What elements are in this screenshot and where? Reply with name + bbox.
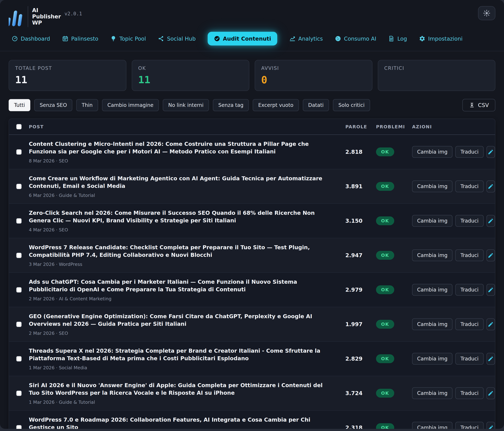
- row-checkbox[interactable]: [16, 184, 22, 189]
- table-body: Content Clustering e Micro-Intenti nel 2…: [9, 135, 495, 429]
- filter-button-excerpt-vuoto[interactable]: Excerpt vuoto: [253, 99, 299, 111]
- change-image-button[interactable]: Cambia img: [412, 215, 452, 227]
- nav-item-analytics[interactable]: Analytics: [289, 35, 323, 42]
- translate-button[interactable]: Traduci: [455, 387, 484, 399]
- translate-button[interactable]: Traduci: [455, 353, 484, 365]
- post-meta: 4 Mar 2026 · SEO: [29, 227, 345, 233]
- nav-label: Impostazioni: [428, 36, 463, 42]
- nav-item-consumo-ai[interactable]: Consumo AI: [335, 35, 376, 42]
- nav-item-topic-pool[interactable]: Topic Pool: [110, 35, 146, 42]
- pencil-icon: [488, 287, 494, 293]
- share-icon: [158, 35, 164, 42]
- stat-card-critici: CRITICI: [378, 60, 495, 91]
- check-circle-icon: [214, 35, 220, 42]
- change-image-button[interactable]: Cambia img: [412, 146, 452, 158]
- nav-label: Consumo AI: [344, 36, 376, 42]
- status-badge: OK: [376, 389, 394, 398]
- edit-button[interactable]: [486, 180, 495, 192]
- row-checkbox[interactable]: [16, 218, 22, 224]
- nav-item-impostazioni[interactable]: Impostazioni: [419, 35, 463, 42]
- row-checkbox[interactable]: [16, 356, 22, 362]
- filter-button-senza-tag[interactable]: Senza tag: [213, 99, 249, 111]
- edit-button[interactable]: [486, 215, 495, 227]
- column-header-azioni: AZIONI: [412, 119, 495, 134]
- nav-item-audit-contenuti[interactable]: Audit Contenuti: [208, 32, 277, 46]
- row-checkbox[interactable]: [16, 149, 22, 155]
- filter-button-cambio-immagine[interactable]: Cambio immagine: [102, 99, 159, 111]
- status-badge: OK: [376, 148, 394, 156]
- post-title: GEO (Generative Engine Optimization): Co…: [29, 313, 332, 328]
- change-image-button[interactable]: Cambia img: [412, 353, 452, 365]
- pencil-icon: [488, 390, 494, 396]
- change-image-button[interactable]: Cambia img: [412, 249, 452, 261]
- stat-value: 0: [261, 74, 366, 85]
- filter-button-datati[interactable]: Datati: [303, 99, 329, 111]
- row-checkbox[interactable]: [16, 391, 22, 396]
- edit-button[interactable]: [486, 387, 495, 399]
- audit-table: POST PAROLE PROBLEMI AZIONI Content Clus…: [9, 119, 495, 429]
- edit-button[interactable]: [486, 249, 495, 261]
- nav-item-log[interactable]: Log: [388, 35, 407, 42]
- nav-label: Log: [397, 36, 407, 42]
- word-count: 3.150: [345, 212, 376, 229]
- calendar-icon: [62, 35, 69, 42]
- download-icon: [469, 102, 475, 108]
- translate-button[interactable]: Traduci: [455, 146, 484, 158]
- post-meta: 2 Mar 2026 · SEO: [29, 331, 345, 336]
- translate-button[interactable]: Traduci: [455, 318, 484, 330]
- nav-item-social-hub[interactable]: Social Hub: [158, 35, 196, 42]
- nav-item-dashboard[interactable]: Dashboard: [11, 35, 50, 42]
- change-image-button[interactable]: Cambia img: [412, 387, 452, 399]
- select-all-checkbox[interactable]: [16, 124, 22, 129]
- filter-button-tutti[interactable]: Tutti: [9, 99, 30, 111]
- filter-button-thin[interactable]: Thin: [76, 99, 98, 111]
- row-checkbox[interactable]: [16, 287, 22, 292]
- stat-label: TOTALE POST: [15, 65, 120, 71]
- change-image-button[interactable]: Cambia img: [412, 180, 452, 192]
- row-checkbox[interactable]: [16, 425, 22, 429]
- stat-label: CRITICI: [384, 65, 489, 71]
- filter-button-senza-seo[interactable]: Senza SEO: [34, 99, 72, 111]
- table-row: Come Creare un Workflow di Marketing Age…: [9, 169, 495, 204]
- row-checkbox[interactable]: [16, 322, 22, 327]
- table-row: Siri AI 2026 e il Nuovo 'Answer Engine' …: [9, 376, 495, 411]
- post-title: Come Creare un Workflow di Marketing Age…: [29, 175, 332, 190]
- edit-button[interactable]: [486, 318, 495, 330]
- edit-button[interactable]: [486, 353, 495, 365]
- row-checkbox[interactable]: [16, 253, 22, 258]
- filter-button-no-link-interni[interactable]: No link interni: [163, 99, 209, 111]
- word-count: 2.979: [345, 281, 376, 298]
- table-header-row: POST PAROLE PROBLEMI AZIONI: [9, 119, 495, 135]
- nav-label: Dashboard: [21, 36, 50, 42]
- pencil-icon: [488, 425, 494, 429]
- filter-button-solo-critici[interactable]: Solo critici: [333, 99, 370, 111]
- translate-button[interactable]: Traduci: [455, 215, 484, 227]
- change-image-button[interactable]: Cambia img: [412, 284, 452, 296]
- edit-button[interactable]: [486, 146, 495, 158]
- post-meta: 1 Mar 2026 · Guide & Tutorial: [29, 400, 345, 405]
- word-count: 2.318: [345, 419, 376, 429]
- pencil-icon: [488, 183, 494, 189]
- stat-label: AVVISI: [261, 65, 366, 71]
- translate-button[interactable]: Traduci: [455, 422, 484, 429]
- translate-button[interactable]: Traduci: [455, 284, 484, 296]
- nav-label: Social Hub: [167, 36, 196, 42]
- table-row: Content Clustering e Micro-Intenti nel 2…: [9, 135, 495, 169]
- edit-button[interactable]: [486, 284, 495, 296]
- post-title: WordPress 7 Release Candidate: Checklist…: [29, 244, 332, 259]
- stat-value: 11: [138, 74, 243, 85]
- theme-toggle-button[interactable]: [478, 6, 495, 20]
- edit-button[interactable]: [486, 422, 495, 429]
- stat-label: OK: [138, 65, 243, 71]
- nav-label: Audit Contenuti: [223, 36, 271, 42]
- change-image-button[interactable]: Cambia img: [412, 318, 452, 330]
- change-image-button[interactable]: Cambia img: [412, 422, 452, 429]
- nav-item-palinsesto[interactable]: Palinsesto: [62, 35, 99, 42]
- translate-button[interactable]: Traduci: [455, 249, 484, 261]
- table-row: Ads su ChatGPT: Cosa Cambia per i Market…: [9, 273, 495, 307]
- export-csv-button[interactable]: CSV: [462, 99, 495, 111]
- app-version: v2.0.1: [64, 11, 82, 16]
- pencil-icon: [488, 252, 494, 258]
- translate-button[interactable]: Traduci: [455, 180, 484, 192]
- status-badge: OK: [376, 251, 394, 260]
